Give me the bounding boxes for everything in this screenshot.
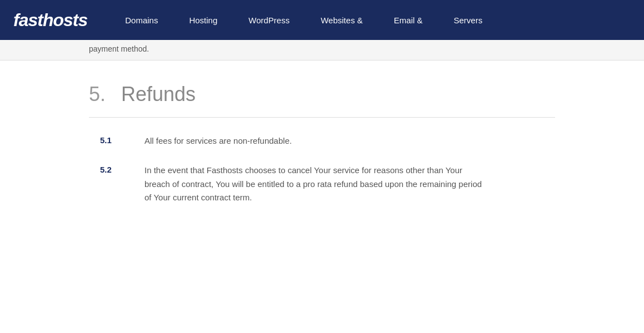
site-logo[interactable]: fasthosts (13, 10, 87, 31)
section-title: Refunds (121, 83, 196, 106)
clause-5-2: 5.2 In the event that Fasthosts chooses … (100, 164, 555, 205)
scrolled-content-top: payment method. (0, 40, 644, 60)
clause-5-2-number: 5.2 (100, 164, 122, 174)
nav-item-domains[interactable]: Domains (109, 0, 173, 40)
clause-5-1-text: All fees for services are non-refundable… (144, 134, 292, 148)
clause-5-1: 5.1 All fees for services are non-refund… (100, 134, 555, 148)
nav-item-email[interactable]: Email & (378, 0, 438, 40)
nav-item-wordpress[interactable]: WordPress (233, 0, 305, 40)
section-divider (89, 117, 555, 118)
clauses-list: 5.1 All fees for services are non-refund… (89, 134, 555, 205)
nav-items: Domains Hosting WordPress Websites & Ema… (109, 0, 498, 40)
main-nav: fasthosts Domains Hosting WordPress Webs… (0, 0, 644, 40)
section-number: 5. (89, 83, 111, 106)
nav-item-servers[interactable]: Servers (438, 0, 498, 40)
main-content: 5. Refunds 5.1 All fees for services are… (0, 60, 644, 227)
scrolled-text: payment method. (89, 44, 149, 53)
clause-5-2-text: In the event that Fasthosts chooses to c… (144, 164, 489, 205)
clause-5-1-number: 5.1 (100, 134, 122, 145)
nav-item-hosting[interactable]: Hosting (173, 0, 233, 40)
section-heading: 5. Refunds (89, 83, 555, 106)
nav-item-websites[interactable]: Websites & (305, 0, 378, 40)
